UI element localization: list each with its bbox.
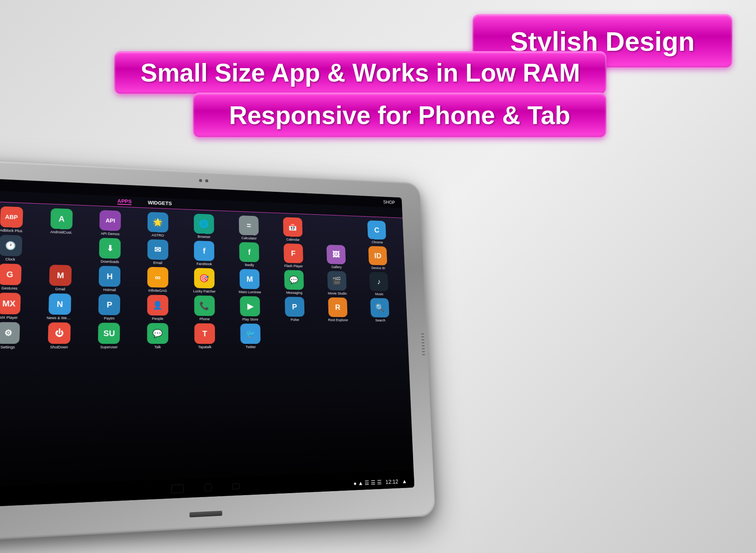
- app-icon-movie-studio[interactable]: 🎬Movie Studio: [317, 271, 358, 295]
- camera-dot-2: [205, 179, 208, 182]
- grille-1: [421, 334, 424, 334]
- app-icon-talk[interactable]: 💬Talk: [135, 323, 180, 349]
- app-icon-paytm[interactable]: PPaytm: [86, 294, 133, 321]
- tab-widgets[interactable]: WIDGETS: [148, 200, 172, 206]
- app-icon-androidcust.[interactable]: AAndroidCust.: [38, 208, 85, 235]
- tablet-body: SHOP APPS WIDGETS ABPAdblock PlusAAndroi…: [0, 159, 435, 543]
- time-display: 12:12: [385, 478, 398, 485]
- responsive-label: Responsive for Phone & Tab: [229, 101, 571, 130]
- app-icon-music[interactable]: ♪Music: [359, 272, 399, 296]
- grille-5: [422, 345, 424, 346]
- app-icon-flash-player[interactable]: FFlash Player: [272, 243, 314, 268]
- tablet-connector: [189, 511, 222, 518]
- tablet-screen: SHOP APPS WIDGETS ABPAdblock PlusAAndroi…: [0, 178, 414, 508]
- grille-3: [421, 340, 424, 340]
- responsive-badge: Responsive for Phone & Tab: [193, 93, 606, 138]
- app-icon-mx-player[interactable]: MXMX Player: [0, 292, 33, 319]
- app-icon-browser[interactable]: 🌐Browser: [182, 213, 226, 239]
- app-icon-infinitegag[interactable]: ∞InfiniteGAG: [135, 267, 180, 293]
- app-icon-settings[interactable]: ⚙Settings: [0, 322, 33, 349]
- shop-label: SHOP: [383, 200, 395, 205]
- app-icon-api-demos[interactable]: APIAPI Demos: [87, 210, 133, 236]
- app-icon-mass-luminee[interactable]: MMass Luminee: [228, 269, 271, 294]
- grille-8: [422, 354, 425, 355]
- app-icon-10[interactable]: [37, 236, 85, 263]
- small-size-badge: Small Size App & Works in Low RAM: [114, 51, 606, 95]
- app-icon-gmail[interactable]: MGmail: [36, 264, 84, 291]
- app-icon-gestures[interactable]: GGestures: [0, 263, 34, 291]
- app-icon-downloads[interactable]: ⬇Downloads: [87, 238, 133, 264]
- app-icon-gallery[interactable]: 🖼Gallery: [316, 244, 357, 269]
- app-icon-device-id[interactable]: IDDevice ID: [358, 246, 398, 271]
- app-icon-lucky-patcher[interactable]: 🎯Lucky Patcher: [182, 268, 226, 294]
- app-icon-news-&-weather[interactable]: NNews & Weather: [35, 293, 84, 320]
- android-homescreen: SHOP APPS WIDGETS ABPAdblock PlusAAndroi…: [0, 178, 414, 508]
- app-icon-adblock-plus[interactable]: ABPAdblock Plus: [0, 206, 36, 233]
- app-icon-tapatalk[interactable]: TTapatalk: [182, 323, 226, 349]
- app-icon-superuser[interactable]: SUSuperuser: [85, 323, 132, 349]
- app-icon-chrome[interactable]: CChrome: [357, 220, 397, 245]
- grille-2: [421, 336, 424, 337]
- app-icon-play-store[interactable]: ▶Play Store: [228, 296, 271, 321]
- app-icon-7[interactable]: [315, 218, 356, 243]
- app-icon-calculator[interactable]: =Calculator: [228, 215, 270, 241]
- app-grid: ABPAdblock PlusAAndroidCust.APIAPI Demos…: [0, 201, 408, 353]
- app-icon-messaging[interactable]: 💬Messaging: [273, 270, 315, 295]
- app-icon-hotmail[interactable]: HHotmail: [86, 265, 133, 292]
- wifi-icon: ▲: [402, 478, 407, 484]
- tab-apps[interactable]: APPS: [117, 198, 132, 205]
- speaker-grille: [421, 334, 425, 355]
- app-icon-email[interactable]: ✉Email: [135, 239, 180, 265]
- app-icon-calendar[interactable]: 📅Calendar: [272, 217, 313, 242]
- system-icons: ● ▲ ☰ ☰ ☰: [353, 479, 382, 486]
- app-icon-clock[interactable]: 🕐Clock: [0, 234, 35, 262]
- app-icon-phone[interactable]: 📞Phone: [182, 295, 226, 321]
- app-icon-people[interactable]: 👤People: [135, 295, 180, 321]
- camera-dot-1: [199, 179, 202, 182]
- tablet-device: SHOP APPS WIDGETS ABPAdblock PlusAAndroi…: [0, 139, 489, 553]
- app-icon-facebook[interactable]: fFacebook: [182, 240, 226, 266]
- app-icon-astro[interactable]: 🌟ASTRO: [135, 212, 180, 238]
- app-icon-root-explorer[interactable]: RRoot Explorer: [317, 297, 358, 322]
- grille-7: [422, 351, 425, 352]
- app-icon-shutdown[interactable]: ⏻ShutDown: [35, 322, 83, 349]
- small-size-label: Small Size App & Works in Low RAM: [141, 58, 580, 87]
- app-icon-pulse[interactable]: PPulse: [273, 297, 315, 322]
- grille-6: [422, 348, 424, 349]
- grille-4: [422, 342, 424, 343]
- app-icon-search[interactable]: 🔍Search: [360, 298, 400, 322]
- tablet-camera: [199, 179, 208, 182]
- app-icon-twitter[interactable]: 🐦Twitter: [229, 323, 272, 349]
- app-icon-feedly[interactable]: ffeedly: [228, 242, 271, 267]
